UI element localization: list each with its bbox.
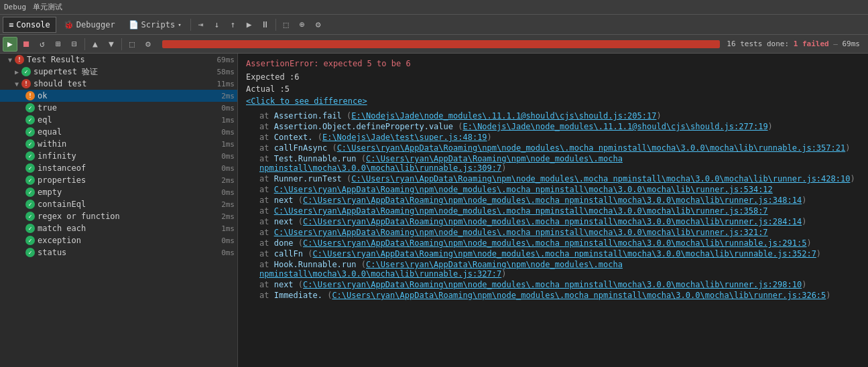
stack-file-path[interactable]: C:\Users\ryan\AppData\Roaming\npm\node_m… [274, 206, 768, 216]
stack-fn-name: done [274, 238, 294, 248]
instanceof-status-icon: ✓ [25, 163, 35, 173]
stack-file-path[interactable]: C:\Users\ryan\AppData\Roaming\npm\node_m… [303, 280, 802, 289]
tree-item-equal[interactable]: ✓ equal 0ms [0, 126, 237, 138]
stop-btn[interactable]: ⏹ [19, 37, 34, 52]
open-file-btn[interactable]: ⬚ [279, 17, 294, 32]
stack-file-path[interactable]: C:\Users\ryan\AppData\Roaming\npm\node_m… [337, 143, 846, 153]
tab-console-label: Console [16, 20, 50, 29]
console-icon: ≡ [9, 20, 13, 29]
containeql-name: containEql [38, 200, 214, 209]
stack-file-path[interactable]: C:\Users\ryan\AppData\Roaming\npm\node_m… [303, 196, 802, 205]
within-status-icon: ✓ [25, 139, 35, 149]
stack-file-path[interactable]: C:\Users\ryan\AppData\Roaming\npm\node_m… [332, 291, 826, 300]
eql-time: 1ms [217, 116, 237, 125]
tree-item-infinity[interactable]: ✓ infinity 0ms [0, 150, 237, 162]
regex-status-icon: ✓ [25, 212, 35, 221]
tab-debugger-label: Debugger [76, 20, 115, 29]
tree-item-containeql[interactable]: ✓ containEql 2ms [0, 198, 237, 210]
run-btn[interactable]: ▶ [3, 37, 17, 52]
stack-entry: at next (C:\Users\ryan\AppData\Roaming\n… [246, 280, 860, 289]
instanceof-time: 0ms [217, 164, 237, 173]
progress-bar [162, 40, 720, 48]
menu-debug[interactable]: Debug [4, 3, 26, 11]
tab-separator [190, 19, 191, 31]
stack-file-path[interactable]: C:\Users\ryan\AppData\Roaming\npm\node_m… [303, 238, 806, 248]
tree-item-true[interactable]: ✓ true 0ms [0, 102, 237, 114]
actual-label: Actual [246, 84, 275, 94]
stack-fn-name: callFn [274, 249, 303, 259]
should-test-name: should test [34, 79, 214, 88]
stack-file-path[interactable]: C:\Users\ryan\AppData\Roaming\npm\node_m… [351, 174, 850, 184]
tab-scripts-label: Scripts [141, 20, 176, 29]
expand-all-btn[interactable]: ⊞ [51, 37, 66, 52]
tab-scripts[interactable]: 📄 Scripts ▾ [123, 17, 188, 33]
tree-item-exception[interactable]: ✓ exception 0ms [0, 234, 237, 246]
supertest-status-icon: ✓ [21, 67, 31, 76]
error-output-panel: AssertionError: expected 5 to be 6 Expec… [238, 54, 868, 367]
tree-item-within[interactable]: ✓ within 1ms [0, 138, 237, 150]
stack-file-path[interactable]: C:\Users\ryan\AppData\Roaming\npm\node_m… [274, 228, 768, 237]
ok-time: 2ms [217, 92, 237, 100]
diff-link[interactable]: <Click to see difference> [246, 96, 367, 106]
breakpoints-btn[interactable]: ⊕ [295, 17, 310, 32]
collapse-all-btn[interactable]: ⊟ [67, 37, 82, 52]
tree-item-empty[interactable]: ✓ empty 0ms [0, 186, 237, 198]
tree-item-supertest[interactable]: ▶ ✓ supertest 验证 58ms [0, 66, 237, 78]
status-name: status [38, 248, 214, 257]
at-keyword: at [259, 133, 274, 142]
stack-file-path[interactable]: C:\Users\ryan\AppData\Roaming\npm\node_m… [274, 185, 773, 194]
menu-unit-test[interactable]: 单元测试 [33, 2, 62, 12]
ok-name: ok [38, 91, 214, 100]
at-keyword: at [259, 154, 274, 163]
stack-entry: at done (C:\Users\ryan\AppData\Roaming\n… [246, 238, 860, 248]
stack-file-path[interactable]: C:\Users\ryan\AppData\Roaming\npm\node_m… [313, 249, 816, 259]
tree-item-match-each[interactable]: ✓ match each 1ms [0, 222, 237, 234]
stack-entry: at Immediate. (C:\Users\ryan\AppData\Roa… [246, 291, 860, 300]
tab-debugger[interactable]: 🐞 Debugger [58, 17, 121, 33]
step-over-btn[interactable]: ⇥ [194, 17, 208, 32]
tree-item-status[interactable]: ✓ status 0ms [0, 246, 237, 259]
progress-summary: 16 tests done: 1 failed — 69ms [727, 40, 860, 48]
at-keyword: at [259, 111, 274, 121]
containeql-time: 2ms [217, 200, 237, 209]
tree-root[interactable]: ▼ ! Test Results 69ms [0, 54, 237, 66]
at-keyword: at [259, 185, 274, 194]
properties-time: 2ms [217, 176, 237, 185]
btn-separator [275, 19, 276, 31]
tree-item-should-test[interactable]: ▼ ! should test 11ms [0, 78, 237, 90]
tree-item-instanceof[interactable]: ✓ instanceof 0ms [0, 162, 237, 174]
infinity-name: infinity [38, 151, 214, 161]
stack-file-path[interactable]: E:\Nodejs\Jade\node_modules\.11.1.1@shou… [462, 122, 767, 131]
stack-file-path[interactable]: C:\Users\ryan\AppData\Roaming\npm\node_m… [303, 217, 802, 226]
move-up-btn[interactable]: ▲ [88, 37, 103, 52]
step-into-btn[interactable]: ↓ [210, 17, 225, 32]
stack-entry: at C:\Users\ryan\AppData\Roaming\npm\nod… [246, 228, 860, 237]
move-down-btn[interactable]: ▼ [104, 37, 119, 52]
stack-fn-name: Test.Runnable.run [274, 154, 357, 163]
settings-btn[interactable]: ⚙ [311, 17, 326, 32]
tree-item-eql[interactable]: ✓ eql 1ms [0, 114, 237, 126]
eql-name: eql [38, 115, 214, 125]
stack-file-path[interactable]: E:\Nodejs\Jade\test\super.js:48:19 [322, 133, 487, 142]
supertest-arrow: ▶ [12, 68, 21, 76]
tree-item-properties[interactable]: ✓ properties 2ms [0, 174, 237, 186]
root-arrow: ▼ [5, 56, 15, 64]
step-out-btn[interactable]: ↑ [226, 17, 241, 32]
tree-item-regex[interactable]: ✓ regex or function 2ms [0, 210, 237, 222]
pause-btn[interactable]: ⏸ [258, 17, 273, 32]
at-keyword: at [259, 122, 274, 131]
stack-entry: at callFnAsync (C:\Users\ryan\AppData\Ro… [246, 143, 860, 153]
resume-btn[interactable]: ▶ [242, 17, 257, 32]
stack-entry: at next (C:\Users\ryan\AppData\Roaming\n… [246, 217, 860, 226]
at-keyword: at [259, 249, 274, 259]
stack-file-path[interactable]: E:\Nodejs\Jade\node_modules\.11.1.1@shou… [351, 111, 656, 121]
action-settings-btn[interactable]: ⚙ [141, 37, 156, 52]
action-sep-1 [84, 38, 85, 50]
tab-console[interactable]: ≡ Console [3, 17, 56, 33]
tree-item-ok[interactable]: ! ok 2ms [0, 90, 237, 102]
stack-entry: at Hook.Runnable.run (C:\Users\ryan\AppD… [246, 260, 860, 279]
at-keyword: at [259, 280, 274, 289]
restart-btn[interactable]: ↺ [35, 37, 50, 52]
stack-fn-name: Assertion.Object.defineProperty.value [274, 122, 453, 131]
new-window-btn[interactable]: ⬚ [125, 37, 139, 52]
